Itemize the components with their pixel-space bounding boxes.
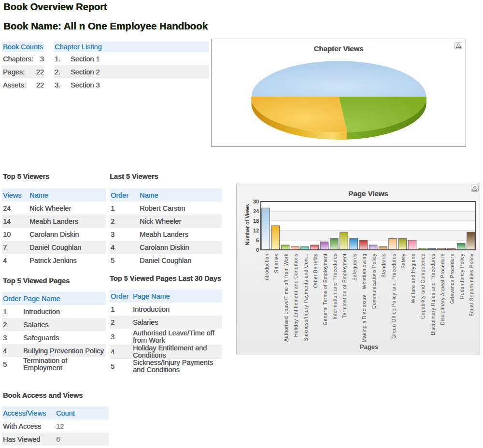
svg-text:Making a Disclosure - Whistleb: Making a Disclosure - Whistleblowing (362, 254, 367, 343)
svg-text:30: 30 (253, 199, 259, 204)
svg-text:Information and Procedures: Information and Procedures (332, 254, 338, 319)
svg-text:Grievance Procedure: Grievance Procedure (450, 254, 455, 304)
svg-text:Safeguards: Safeguards (352, 254, 357, 281)
svg-text:Salaries: Salaries (274, 254, 279, 273)
svg-text:Authorised Leave/Time off from: Authorised Leave/Time off from Work (284, 253, 289, 342)
svg-text:Pages: Pages (360, 343, 378, 350)
svg-text:Equal Opportunities Policy: Equal Opportunities Policy (469, 254, 474, 317)
svg-text:Introduction: Introduction (264, 254, 270, 282)
svg-text:24: 24 (253, 208, 259, 214)
svg-text:0: 0 (256, 247, 259, 253)
svg-text:Holiday Entitlement and Condit: Holiday Entitlement and Conditions (293, 254, 298, 337)
svg-text:Sickness/Injury Payments and C: Sickness/Injury Payments and Con... (303, 254, 309, 341)
svg-text:12: 12 (253, 228, 259, 233)
svg-text:Other Benefits: Other Benefits (313, 254, 318, 288)
svg-text:Green Office Policy and Proced: Green Office Policy and Procedures (391, 254, 397, 339)
svg-text:Disciplinary Appeal Procedure: Disciplinary Appeal Procedure (440, 254, 445, 325)
svg-text:Disciplinary Rules and Procedu: Disciplinary Rules and Procedures (430, 254, 436, 335)
svg-text:6: 6 (256, 237, 259, 243)
svg-text:Welfare and Hygiene: Welfare and Hygiene (411, 254, 416, 303)
svg-text:Safety: Safety (401, 254, 406, 269)
svg-text:Redundancy Policy: Redundancy Policy (459, 254, 465, 299)
svg-text:Standards: Standards (381, 254, 386, 278)
svg-text:Number of Views: Number of Views (244, 204, 250, 245)
svg-text:Capability and Competence: Capability and Competence (420, 254, 426, 319)
svg-text:Communications Policy: Communications Policy (371, 254, 377, 309)
svg-text:Termination of Employment: Termination of Employment (342, 254, 347, 318)
svg-text:General Terms of Employment: General Terms of Employment (323, 254, 328, 325)
svg-text:18: 18 (253, 218, 259, 224)
